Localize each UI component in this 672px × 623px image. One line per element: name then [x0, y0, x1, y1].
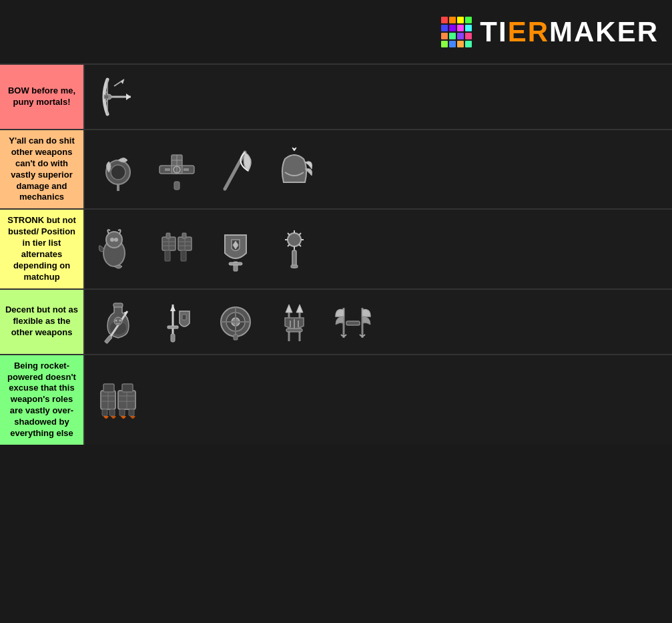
svg-point-22 — [110, 238, 114, 242]
svg-rect-18 — [174, 182, 180, 190]
bow-icon — [91, 70, 145, 124]
tier-items-d — [83, 355, 672, 445]
spear-set-icon — [268, 295, 321, 349]
tier-row-a: Y'all can do shit other weapons can't do… — [0, 129, 672, 208]
svg-rect-55 — [105, 335, 113, 343]
tier-items-c — [83, 290, 672, 354]
buckler-icon — [209, 295, 262, 349]
svg-rect-61 — [167, 326, 178, 329]
svg-line-46 — [288, 233, 290, 235]
tier-label-d: Being rocket-powered doesn't excuse that… — [0, 355, 83, 445]
shield-sword-icon — [209, 222, 262, 276]
tier-row-d: Being rocket-powered doesn't excuse that… — [0, 354, 672, 445]
svg-rect-38 — [229, 262, 242, 265]
tier-items-a — [83, 130, 672, 208]
svg-rect-15 — [165, 168, 170, 171]
tier-label-a: Y'all can do shit other weapons can't do… — [0, 130, 83, 208]
sword-shield-icon — [150, 295, 204, 349]
svg-rect-16 — [184, 168, 189, 171]
svg-point-58 — [119, 319, 121, 321]
tier-row-b: STRONK but not busted/ Position in tier … — [0, 208, 672, 288]
svg-rect-80 — [346, 321, 360, 325]
tier-label-s: BOW before me, puny mortals! — [0, 65, 83, 129]
svg-rect-34 — [166, 233, 170, 238]
svg-rect-51 — [113, 303, 123, 307]
svg-rect-4 — [104, 95, 109, 99]
svg-rect-93 — [103, 384, 114, 392]
svg-rect-89 — [102, 409, 107, 416]
potion-dagger-icon — [91, 295, 145, 349]
svg-marker-71 — [286, 304, 292, 313]
tier-items-s — [83, 65, 672, 129]
crossbow-gear-icon — [150, 143, 204, 196]
svg-marker-2 — [126, 93, 131, 100]
header: TiERMAKER — [0, 0, 672, 63]
svg-rect-63 — [182, 315, 186, 320]
svg-point-8 — [111, 165, 125, 180]
svg-point-57 — [115, 319, 117, 321]
svg-rect-32 — [165, 250, 170, 261]
svg-marker-73 — [296, 304, 303, 313]
logo-grid — [441, 17, 472, 47]
svg-rect-69 — [234, 335, 238, 340]
svg-line-48 — [288, 244, 290, 246]
tier-row-s: BOW before me, puny mortals! — [0, 63, 672, 129]
glaive-icon — [91, 143, 145, 196]
logo-text: TiERMAKER — [480, 16, 659, 48]
tier-items-b — [83, 210, 672, 288]
dual-axe-icon — [326, 295, 380, 349]
svg-line-19 — [225, 152, 245, 189]
scythe-icon — [209, 143, 262, 196]
svg-rect-35 — [182, 233, 186, 238]
svg-line-49 — [299, 244, 301, 246]
svg-point-23 — [114, 238, 118, 242]
svg-rect-92 — [129, 409, 134, 416]
svg-rect-91 — [119, 409, 125, 416]
svg-rect-33 — [181, 250, 186, 261]
svg-line-47 — [299, 233, 301, 235]
svg-rect-94 — [122, 384, 133, 392]
logo-area: TiERMAKER — [441, 16, 659, 48]
tier-row-c: Decent but not as flexible as the other … — [0, 288, 672, 354]
beast-weapon-icon — [91, 222, 145, 276]
svg-rect-62 — [171, 334, 175, 342]
axe-helm-icon — [268, 143, 321, 196]
morning-star-icon — [268, 222, 321, 276]
svg-rect-50 — [291, 265, 298, 268]
tier-label-c: Decent but not as flexible as the other … — [0, 290, 83, 354]
tier-label-b: STRONK but not busted/ Position in tier … — [0, 210, 83, 288]
rocket-weapon-icon — [91, 373, 145, 427]
svg-marker-60 — [170, 304, 176, 311]
svg-rect-90 — [109, 409, 115, 416]
dual-pistol-icon — [150, 222, 204, 276]
